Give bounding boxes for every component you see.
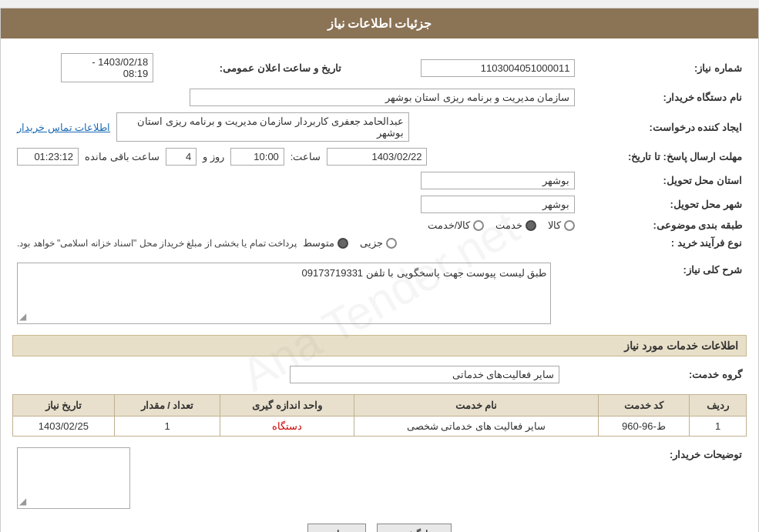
cell-service-name: سایر فعالیت های خدماتی شخصی xyxy=(354,417,599,437)
col-unit: واحد اندازه گیری xyxy=(220,395,354,417)
back-button[interactable]: بازگشت xyxy=(377,524,452,532)
need-number-value: 1103004051000011 xyxy=(421,59,575,77)
cell-date: 1403/02/25 xyxy=(13,417,115,437)
col-service-name: نام خدمت xyxy=(354,395,599,417)
announce-date-value: 1403/02/18 - 08:19 xyxy=(61,53,153,82)
description-box: طبق لیست پیوست جهت پاسخگویی با تلفن 0917… xyxy=(17,263,551,324)
deadline-label: مهلت ارسال پاسخ: تا تاریخ: xyxy=(579,145,747,169)
col-quantity: تعداد / مقدار xyxy=(114,395,220,417)
service-group-table: گروه خدمت: سایر فعالیت‌های خدماتی xyxy=(12,363,747,386)
purchase-type-motavasset[interactable]: متوسط xyxy=(303,237,348,249)
col-row-num: ردیف xyxy=(690,395,747,417)
description-label: شرح کلی نیاز: xyxy=(556,259,747,327)
delivery-city-label: شهر محل تحویل: xyxy=(579,192,747,216)
remaining-time: 01:23:12 xyxy=(17,148,79,166)
deadline-remaining-label: ساعت باقی مانده xyxy=(85,151,160,162)
deadline-date: 1403/02/22 xyxy=(327,148,427,166)
deadline-days: 4 xyxy=(166,148,196,166)
print-button[interactable]: چاپ xyxy=(307,524,366,532)
announce-date-label: تاریخ و ساعت اعلان عمومی: xyxy=(158,50,345,85)
delivery-city-value: بوشهر xyxy=(421,196,575,213)
services-section-title: اطلاعات خدمات مورد نیاز xyxy=(12,335,747,356)
delivery-province-label: استان محل تحویل: xyxy=(579,169,747,192)
radio-kala-khedmat-icon xyxy=(473,220,484,231)
purchase-type-jozi[interactable]: جزیی xyxy=(360,237,397,249)
col-service-code: کد خدمت xyxy=(598,395,689,417)
buttons-row: بازگشت چاپ xyxy=(12,524,747,532)
page-title: جزئیات اطلاعات نیاز xyxy=(1,8,758,38)
description-value: طبق لیست پیوست جهت پاسخگویی با تلفن 0917… xyxy=(302,267,547,279)
category-kala[interactable]: کالا xyxy=(548,219,575,231)
purchase-type-label: نوع فرآیند خرید : xyxy=(579,234,747,252)
radio-motavasset-icon xyxy=(338,238,348,249)
radio-jozi-icon xyxy=(386,238,397,249)
category-kala-khedmat[interactable]: کالا/خدمت xyxy=(428,219,485,231)
radio-kala-icon xyxy=(564,220,575,231)
buyer-notes-label: توضیحات خریدار: xyxy=(135,444,747,512)
category-khedmat[interactable]: خدمت xyxy=(495,219,536,231)
requester-value: عبدالحامد جعفری کاربردار سازمان مدیریت و… xyxy=(116,112,409,142)
cell-unit: دستگاه xyxy=(220,417,354,437)
col-date: تاریخ نیاز xyxy=(13,395,115,417)
buyer-notes-box: ◢ xyxy=(17,447,130,509)
requester-label: ایجاد کننده درخواست: xyxy=(579,109,747,145)
category-options: کالا خدمت کالا/خدمت xyxy=(17,219,575,231)
purchase-type-note: پرداخت تمام یا بخشی از مبلغ خریداز محل "… xyxy=(17,238,297,249)
resize-handle-icon: ◢ xyxy=(19,311,26,322)
radio-khedmat-icon xyxy=(526,220,536,231)
description-table: شرح کلی نیاز: طبق لیست پیوست جهت پاسخگوی… xyxy=(12,259,747,327)
table-row: 1 ط-96-960 سایر فعالیت های خدماتی شخصی د… xyxy=(13,417,747,437)
cell-quantity: 1 xyxy=(114,417,220,437)
main-info-table: شماره نیاز: 1103004051000011 تاریخ و ساع… xyxy=(12,50,747,252)
deadline-time: 10:00 xyxy=(230,148,284,166)
buyer-org-value: سازمان مدیریت و برنامه ریزی استان بوشهر xyxy=(190,89,575,106)
delivery-province-value: بوشهر xyxy=(421,172,575,189)
cell-service-code: ط-96-960 xyxy=(598,417,689,437)
resize-handle-icon-2: ◢ xyxy=(19,496,26,507)
purchase-type-options: جزیی متوسط xyxy=(303,237,397,249)
services-table: ردیف کد خدمت نام خدمت واحد اندازه گیری ت… xyxy=(12,394,747,437)
cell-row-num: 1 xyxy=(690,417,747,437)
service-group-value: سایر فعالیت‌های خدماتی xyxy=(290,366,559,383)
buyer-notes-table: توضیحات خریدار: ◢ xyxy=(12,444,747,512)
need-number-label: شماره نیاز: xyxy=(579,50,747,85)
contact-info-link[interactable]: اطلاعات تماس خریدار xyxy=(17,122,110,133)
deadline-days-label: روز و xyxy=(203,151,224,162)
buyer-org-label: نام دستگاه خریدار: xyxy=(579,85,747,109)
service-group-label: گروه خدمت: xyxy=(564,363,747,386)
category-label: طبقه بندی موضوعی: xyxy=(579,216,747,234)
deadline-time-label: ساعت: xyxy=(291,151,321,162)
